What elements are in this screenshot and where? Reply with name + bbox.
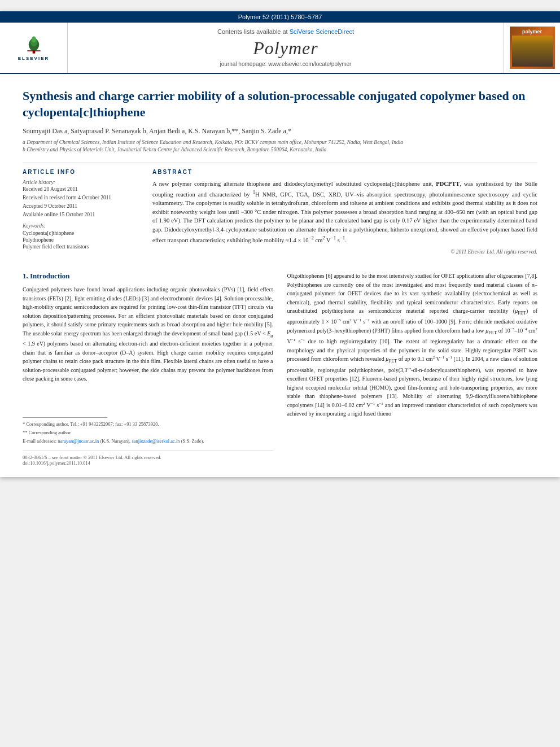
available-date: Available online 15 October 2011 (23, 212, 141, 217)
polymer-cover-label: polymer (522, 29, 542, 34)
header-divider (23, 163, 537, 163)
footer-info: 0032-3861/$ – see front matter © 2011 El… (23, 451, 273, 466)
keyword-1: Cyclopenta[c]thiophene (23, 230, 141, 236)
abstract-col: ABSTRACT A new polymer comprising altern… (152, 169, 537, 255)
body-columns: 1. Introduction Conjugated polymers have… (23, 272, 537, 466)
received-revised: Received in revised form 4 October 2011 (23, 195, 141, 200)
body-content: 1. Introduction Conjugated polymers have… (0, 269, 560, 477)
doi-line: doi:10.1016/j.polymer.2011.10.014 (23, 460, 273, 466)
journal-cover-right: polymer (504, 23, 560, 73)
body-left-col: 1. Introduction Conjugated polymers have… (23, 272, 273, 466)
elsevier-logo-area: ELSEVIER (0, 23, 68, 73)
polymer-cover-art (512, 36, 553, 67)
email-link-1[interactable]: narayan@jncasr.ac.in (58, 438, 99, 444)
polymer-cover-image: polymer (510, 27, 555, 69)
footnote-email: E-mail addresses: narayan@jncasr.ac.in (… (23, 438, 273, 445)
footnote-divider (23, 417, 107, 418)
intro-right-text: Oligothiophenes [6] appeared to be the m… (287, 272, 538, 418)
issn-line: 0032-3861/$ – see front matter © 2011 El… (23, 455, 273, 460)
authors-text: Soumyajit Das a, Satyaprasad P. Senanaya… (23, 127, 291, 135)
email-link-2[interactable]: sanjiozade@iserkol.ac.in (132, 438, 180, 444)
sciverse-link[interactable]: SciVerse ScienceDirect (290, 28, 354, 35)
footnote-star: * Corresponding author. Tel.: +91 943225… (23, 421, 273, 428)
article-title: Synthesis and charge carrier mobility of… (23, 88, 537, 120)
keyword-2: Polythiophene (23, 237, 141, 243)
intro-number: 1. (23, 272, 28, 280)
intro-title: Introduction (30, 272, 70, 280)
copyright-line: © 2011 Elsevier Ltd. All rights reserved… (152, 249, 537, 255)
intro-left-text: Conjugated polymers have found broad app… (23, 285, 273, 383)
footnote-double-star: ** Corresponding author. (23, 430, 273, 436)
intro-heading: 1. Introduction (23, 272, 273, 281)
received-date: Received 20 August 2011 (23, 186, 141, 192)
keywords-label: Keywords: (23, 223, 141, 229)
authors-line: Soumyajit Das a, Satyaprasad P. Senanaya… (23, 127, 537, 136)
affiliation-b: b Chemistry and Physics of Materials Uni… (23, 146, 537, 154)
journal-homepage: journal homepage: www.elsevier.com/locat… (220, 61, 352, 67)
svg-rect-4 (27, 50, 40, 51)
elsevier-tree-icon (23, 35, 45, 55)
affiliations: a Department of Chemical Sciences, India… (23, 139, 537, 154)
body-right-col: Oligothiophenes [6] appeared to be the m… (287, 272, 538, 466)
elsevier-logo: ELSEVIER (11, 34, 56, 62)
sciverse-text: Contents lists available at SciVerse Sci… (217, 28, 354, 35)
keyword-3: Polymer field effect transistors (23, 244, 141, 250)
banner-text: Polymer 52 (2011) 5780–5787 (238, 14, 322, 20)
accepted-date: Accepted 9 October 2011 (23, 203, 141, 209)
abstract-heading: ABSTRACT (152, 169, 537, 175)
journal-center-header: Contents lists available at SciVerse Sci… (68, 23, 504, 73)
journal-header: ELSEVIER Contents lists available at Sci… (0, 23, 560, 74)
info-abstract-columns: ARTICLE INFO Article history: Received 2… (23, 169, 537, 255)
elsevier-wordmark: ELSEVIER (18, 56, 50, 61)
journal-name: Polymer (253, 38, 318, 59)
article-info-col: ARTICLE INFO Article history: Received 2… (23, 169, 141, 255)
abstract-text: A new polymer comprising alternate thiop… (152, 180, 537, 244)
svg-point-3 (32, 36, 36, 42)
journal-banner: Polymer 52 (2011) 5780–5787 (0, 11, 560, 23)
history-label: Article history: (23, 180, 141, 185)
article-info-heading: ARTICLE INFO (23, 169, 141, 175)
affiliation-a: a Department of Chemical Sciences, India… (23, 139, 537, 146)
article-content: Synthesis and charge carrier mobility of… (0, 74, 560, 269)
